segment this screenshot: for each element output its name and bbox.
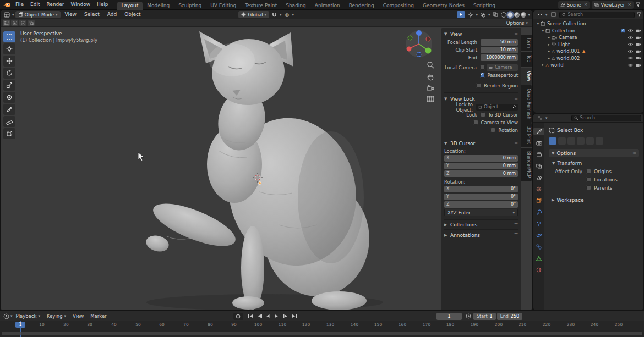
mode-dropdown[interactable]: Object Mode ▾ [15, 11, 61, 18]
workspace-tab-texture-paint[interactable]: Texture Paint [241, 2, 281, 10]
snap-magnet-icon[interactable] [270, 11, 279, 18]
frame-start-field[interactable]: Start1 [473, 313, 496, 320]
play-reverse-button[interactable] [264, 313, 271, 319]
clip-start-field[interactable]: 10 mm [481, 47, 518, 53]
gizmo-x-neg[interactable] [426, 37, 430, 41]
tool-variant-2[interactable] [567, 137, 575, 145]
scale-tool[interactable] [3, 80, 15, 91]
affect-origins-checkbox[interactable] [586, 169, 591, 174]
viewport-menu-add[interactable]: Add [104, 10, 120, 19]
cursor-rotation-y-field[interactable]: Y0° [444, 194, 518, 200]
eyedropper-icon[interactable] [511, 105, 516, 109]
timeline-view-menu[interactable]: View [69, 313, 87, 319]
workspace-tab-compositing[interactable]: Compositing [379, 2, 418, 10]
hide-eye-icon[interactable] [627, 29, 634, 32]
workspace-tab-scripting[interactable]: Scripting [469, 2, 500, 10]
3d-cursor-section-header[interactable]: ▼3D Cursor≡ [444, 139, 518, 147]
annotate-tool[interactable] [3, 104, 15, 115]
render-region-checkbox[interactable] [476, 83, 481, 88]
shading-chevron-icon[interactable]: ▾ [528, 13, 530, 17]
clip-end-field[interactable]: 1000000 mm [481, 54, 518, 61]
menu-help[interactable]: Help [94, 0, 112, 9]
timeline-editor-type-icon[interactable] [2, 313, 10, 320]
render-properties-tab[interactable] [534, 139, 543, 147]
auto-keying-toggle[interactable] [233, 313, 243, 320]
transform-subpanel-header[interactable]: ▼ Transform [552, 159, 639, 167]
viewport-menu-select[interactable]: Select [81, 10, 103, 19]
menu-render[interactable]: Render [43, 0, 68, 9]
outliner-filter-icon[interactable] [636, 12, 641, 17]
workspace-tab-modeling[interactable]: Modeling [143, 2, 174, 10]
workspace-panel-header[interactable]: ▶Workspace [549, 196, 639, 204]
outliner-type-chevron-icon[interactable]: ▾ [545, 13, 548, 17]
keying-menu[interactable]: Keying▾ [43, 313, 69, 319]
expand-icon[interactable]: ▸ [547, 49, 552, 53]
properties-type-chevron-icon[interactable]: ▾ [545, 116, 548, 120]
world-properties-tab[interactable] [534, 185, 543, 193]
rotate-tool[interactable] [3, 68, 15, 79]
expand-icon[interactable]: ▸ [541, 63, 545, 67]
tool-variant-5[interactable] [596, 137, 603, 145]
hide-eye-icon[interactable] [627, 36, 634, 40]
hide-eye-icon[interactable] [627, 49, 634, 53]
show-overlays-icon[interactable] [479, 11, 487, 18]
move-tool[interactable] [3, 56, 15, 67]
select-mode-subtract-icon[interactable] [19, 20, 26, 26]
camera-view-icon[interactable] [427, 85, 434, 91]
viewport-menu-view[interactable]: View [62, 10, 80, 19]
expand-icon[interactable]: ▸ [547, 42, 552, 47]
blender-logo-icon[interactable] [2, 2, 12, 8]
workspace-tab-geometry-nodes[interactable]: Geometry Nodes [418, 2, 469, 10]
scene-selector[interactable]: Scene × [558, 1, 590, 9]
passepartout-checkbox[interactable] [480, 73, 485, 78]
camera-to-view-checkbox[interactable] [473, 120, 478, 125]
view-section-header[interactable]: ▼View≡ [444, 30, 518, 38]
outliner-row-light[interactable]: ▸ Light [533, 41, 643, 48]
menu-edit[interactable]: Edit [27, 0, 43, 9]
gizmo-chevron-icon[interactable]: ▾ [476, 13, 478, 17]
outliner-editor-type-icon[interactable] [536, 11, 544, 18]
collections-section-header[interactable]: ▶Collections☰ [444, 222, 518, 230]
npanel-tab-item[interactable]: Item [521, 35, 532, 51]
select-box-tool[interactable] [3, 31, 15, 42]
affect-locations-checkbox[interactable] [586, 177, 591, 182]
timeline-scrollbar[interactable] [2, 332, 642, 335]
play-button[interactable] [273, 313, 280, 319]
proportional-edit-icon[interactable]: ◎ [283, 11, 291, 18]
lock-to-object-field[interactable]: Object [476, 104, 518, 111]
camera-visibility-icon[interactable] [636, 49, 641, 53]
hide-eye-icon[interactable] [627, 63, 634, 67]
current-frame-badge[interactable]: 1 [15, 322, 25, 328]
transform-orientation-dropdown[interactable]: Global ▾ [238, 11, 269, 18]
proportional-chevron-icon[interactable]: ▾ [292, 13, 294, 17]
outliner-row-scene-collection[interactable]: ▾ Scene Collection [533, 20, 643, 27]
collections-menu-icon[interactable]: ☰ [514, 223, 518, 228]
properties-editor-type-icon[interactable] [536, 114, 544, 121]
selectability-icon[interactable] [457, 11, 465, 18]
tool-variant-1[interactable] [558, 137, 566, 145]
timeline-ruler[interactable]: 10 20 30 40 50 60 70 80 90 100 110 120 1… [0, 321, 644, 337]
navigation-gizmo[interactable] [402, 28, 435, 60]
cursor-rotation-x-field[interactable]: X0° [444, 186, 518, 192]
outliner-row-camera[interactable]: ▸ Camera [533, 34, 643, 41]
current-frame-field[interactable]: 1 [436, 313, 462, 320]
output-properties-tab[interactable] [534, 151, 543, 158]
show-gizmo-icon[interactable] [466, 11, 474, 18]
particles-properties-tab[interactable] [534, 220, 543, 228]
jump-to-start-button[interactable] [247, 313, 254, 319]
tool-variant-select-box[interactable] [549, 137, 556, 145]
viewport-canvas[interactable]: User Perspective (1) Collection | Impwj4… [1, 27, 532, 310]
cursor-rotation-z-field[interactable]: Z0° [444, 201, 518, 208]
cursor-location-z-field[interactable]: Z0 mm [444, 170, 518, 177]
material-properties-tab[interactable] [534, 266, 543, 274]
tool-variant-3[interactable] [577, 137, 585, 145]
outliner-display-mode-icon[interactable] [549, 11, 558, 18]
pan-hand-icon[interactable] [427, 73, 434, 81]
object-data-properties-tab[interactable] [534, 255, 543, 262]
shading-rendered-icon[interactable] [521, 12, 526, 18]
expand-icon[interactable]: ▾ [536, 21, 541, 26]
editor-type-chevron-icon[interactable]: ▾ [12, 13, 14, 17]
annotations-menu-icon[interactable]: ☰ [514, 233, 518, 237]
unlink-scene-icon[interactable]: × [583, 2, 588, 7]
marker-menu[interactable]: Marker [87, 313, 110, 319]
